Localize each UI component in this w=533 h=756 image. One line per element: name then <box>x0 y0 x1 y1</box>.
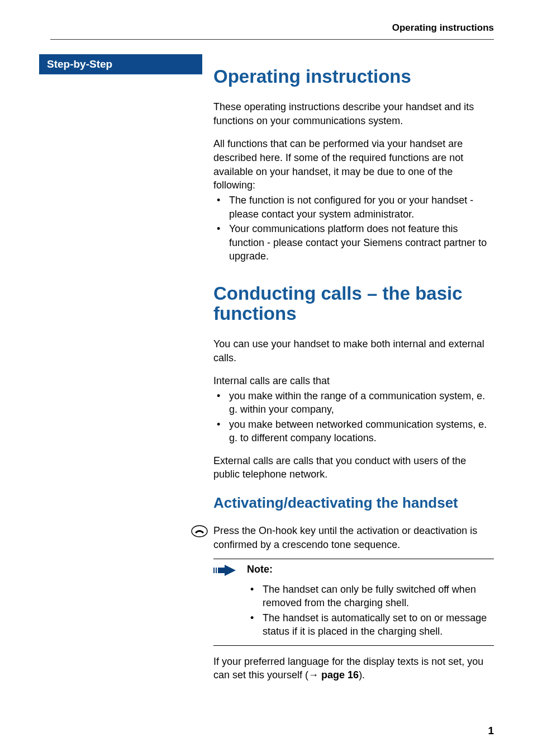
svg-rect-3 <box>218 568 225 573</box>
heading-conducting-calls: Conducting calls – the basic functions <box>213 284 494 324</box>
list-item: Your communications platform does not fe… <box>213 222 494 263</box>
paragraph: These operating instructions describe yo… <box>213 100 494 128</box>
running-header: Operating instructions <box>50 22 494 40</box>
onhook-key-icon <box>191 525 208 537</box>
step-instruction: Press the On-hook key until the activati… <box>213 524 494 552</box>
list-item: you make within the range of a communica… <box>213 389 494 417</box>
list-item: The handset can only be fully switched o… <box>247 583 494 610</box>
paragraph: If your preferred language for the displ… <box>213 655 494 683</box>
paragraph: You can use your handset to make both in… <box>213 337 494 365</box>
note-arrow-icon <box>213 565 239 576</box>
bullet-list: you make within the range of a communica… <box>213 389 494 445</box>
note-label: Note: <box>247 564 273 575</box>
sidebar: Step-by-Step <box>39 54 202 74</box>
text: ). <box>359 669 365 681</box>
main-content: Operating instructions These operating i… <box>202 54 494 691</box>
heading-operating-instructions: Operating instructions <box>213 67 494 87</box>
note-block: Note: The handset can only be fully swit… <box>213 559 494 646</box>
list-item: The function is not configured for you o… <box>213 193 494 221</box>
sidebar-step-label: Step-by-Step <box>39 54 202 74</box>
list-item: The handset is automatically set to on o… <box>247 611 494 639</box>
note-bullet-list: The handset can only be fully switched o… <box>213 583 494 639</box>
heading-activating-handset: Activating/deactivating the handset <box>213 495 494 512</box>
page-number: 1 <box>488 725 494 737</box>
svg-rect-1 <box>213 568 215 573</box>
paragraph: All functions that can be performed via … <box>213 137 494 192</box>
paragraph: External calls are calls that you conduc… <box>213 454 494 482</box>
list-item: you make between networked communication… <box>213 418 494 445</box>
bullet-list: The function is not configured for you o… <box>213 193 494 263</box>
cross-reference[interactable]: → page 16 <box>308 669 359 681</box>
svg-rect-2 <box>216 568 217 573</box>
paragraph: Internal calls are calls that <box>213 374 494 388</box>
svg-marker-4 <box>225 565 236 576</box>
